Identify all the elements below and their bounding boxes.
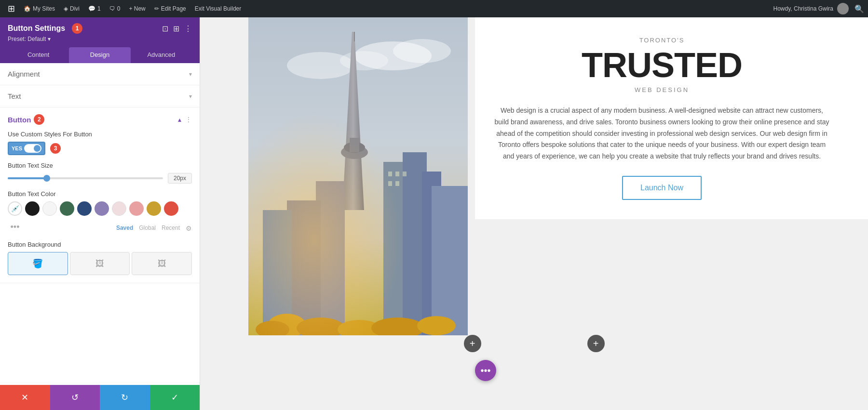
tab-content[interactable]: Content — [8, 47, 69, 63]
global-colors-tab[interactable]: Global — [139, 225, 156, 232]
viewport-icon[interactable]: ⊡ — [162, 24, 168, 33]
eyedropper-btn[interactable]: 💉 — [8, 201, 22, 216]
launch-now-button[interactable]: Launch Now — [622, 176, 702, 200]
bg-gradient-btn[interactable]: 🖼 — [70, 252, 130, 275]
cn-tower-bg — [248, 17, 468, 335]
my-sites-menu[interactable]: 🏠 My Sites — [20, 0, 59, 17]
home-icon: 🏠 — [24, 5, 31, 12]
user-greeting: Howdy, Christina Gwira — [773, 5, 833, 12]
undo-button[interactable]: ↺ — [50, 385, 100, 410]
color-gold[interactable] — [147, 201, 161, 216]
toggle-yes-btn[interactable]: YES — [8, 142, 45, 155]
divi-menu[interactable]: ◈ Divi — [60, 0, 83, 17]
layout-icon[interactable]: ⊞ — [173, 24, 179, 33]
panel-preset[interactable]: Preset: Default ▾ — [8, 36, 192, 42]
divi-label: Divi — [70, 5, 80, 12]
color-salmon[interactable] — [129, 201, 144, 216]
alignment-chevron: ▾ — [189, 71, 192, 78]
button-settings-inner: Use Custom Styles For Button YES 3 Butto… — [0, 129, 200, 283]
button-section-more[interactable]: ⋮ — [185, 116, 192, 123]
bg-row: Button Background 🪣 🖼 🖼 — [8, 241, 192, 275]
search-icon[interactable]: 🔍 — [854, 4, 864, 13]
my-sites-label: My Sites — [33, 5, 55, 12]
bg-image-btn[interactable]: 🖼 — [132, 252, 192, 275]
step-badge-3: 3 — [50, 143, 61, 154]
comments-count: 1 — [97, 5, 101, 12]
text-size-label: Button Text Size — [8, 162, 192, 169]
tab-advanced[interactable]: Advanced — [131, 47, 192, 63]
color-dark-green[interactable] — [60, 201, 74, 216]
cancel-button[interactable]: ✕ — [0, 385, 50, 410]
color-red-stroke[interactable] — [164, 201, 178, 216]
bg-options: 🪣 🖼 🖼 — [8, 252, 192, 275]
add-content-right[interactable]: + — [587, 335, 605, 352]
page-text-content: TORONTO'S TRUSTED WEB DESIGN Web design … — [475, 17, 868, 219]
comment2-menu[interactable]: 🗨 0 — [106, 0, 124, 17]
wp-logo[interactable]: ⊞ — [4, 0, 19, 17]
color-light-pink[interactable] — [112, 201, 126, 216]
eyedropper-icon: 💉 — [11, 205, 19, 212]
saved-colors-tab[interactable]: Saved — [116, 225, 133, 232]
text-size-slider[interactable] — [8, 177, 163, 179]
text-section[interactable]: Text ▾ — [0, 85, 200, 107]
save-button[interactable]: ✓ — [150, 385, 200, 410]
step-badge-1: 1 — [72, 23, 82, 34]
comment2-count: 0 — [117, 5, 121, 12]
admin-bar: ⊞ 🏠 My Sites ◈ Divi 💬 1 🗨 0 + New ✏ Edit… — [0, 0, 868, 17]
panel-content: Alignment ▾ Text ▾ Button 2 ▴ ⋮ — [0, 63, 200, 385]
button-section-collapse[interactable]: ▴ — [178, 116, 181, 123]
exit-builder-btn[interactable]: Exit Visual Builder — [191, 0, 245, 17]
skyline-svg — [248, 17, 468, 335]
slider-value: 20px — [168, 173, 192, 184]
exit-builder-label: Exit Visual Builder — [195, 5, 242, 12]
custom-styles-label: Use Custom Styles For Button — [8, 131, 192, 138]
float-icon: ••• — [480, 365, 490, 376]
edit-page-label: Edit Page — [161, 5, 186, 12]
button-section: Button 2 ▴ ⋮ Use Custom Styles For Butto… — [0, 107, 200, 283]
color-settings-icon[interactable]: ⚙ — [186, 225, 192, 232]
edit-icon: ✏ — [154, 5, 159, 12]
toronto-label: TORONTO'S — [494, 37, 829, 44]
alignment-section[interactable]: Alignment ▾ — [0, 63, 200, 85]
toggle-pill — [24, 144, 41, 153]
new-menu[interactable]: + New — [125, 0, 149, 17]
toggle-value: YES — [12, 145, 22, 151]
comment-icon: 💬 — [88, 5, 95, 12]
color-white[interactable] — [42, 201, 57, 216]
more-icon[interactable]: ⋮ — [184, 24, 192, 33]
panel-bottom-actions: ✕ ↺ ↻ ✓ — [0, 385, 200, 410]
bg-fill-btn[interactable]: 🪣 — [8, 252, 68, 275]
bg-label: Button Background — [8, 241, 192, 248]
tab-design[interactable]: Design — [69, 47, 130, 63]
alignment-label: Alignment — [8, 70, 40, 78]
admin-user-info: Howdy, Christina Gwira 🔍 — [773, 3, 864, 14]
redo-button[interactable]: ↻ — [100, 385, 150, 410]
hero-image — [248, 17, 468, 335]
text-label: Text — [8, 92, 21, 100]
slider-thumb[interactable] — [43, 175, 50, 182]
gradient-icon: 🖼 — [95, 259, 104, 269]
color-navy[interactable] — [77, 201, 92, 216]
custom-styles-toggle-row: Use Custom Styles For Button YES 3 — [8, 131, 192, 155]
color-tabs: Saved Global Recent ⚙ — [116, 225, 192, 232]
wp-icon: ⊞ — [8, 3, 15, 14]
comment2-icon: 🗨 — [109, 5, 115, 12]
edit-page-btn[interactable]: ✏ Edit Page — [150, 0, 190, 17]
page-preview: TORONTO'S TRUSTED WEB DESIGN Web design … — [200, 17, 868, 410]
color-lavender[interactable] — [95, 201, 109, 216]
floating-menu-btn[interactable]: ••• — [475, 360, 496, 381]
slider-fill — [8, 177, 47, 179]
color-black[interactable] — [25, 201, 40, 216]
svg-rect-28 — [248, 17, 468, 335]
recent-colors-tab[interactable]: Recent — [162, 225, 180, 232]
fill-icon: 🪣 — [32, 258, 43, 269]
text-chevron: ▾ — [189, 93, 192, 100]
text-color-row: Button Text Color 💉 — [8, 190, 192, 234]
add-content-left[interactable]: + — [464, 335, 481, 352]
color-swatches: 💉 — [8, 201, 192, 216]
web-design-label: WEB DESIGN — [494, 86, 829, 93]
more-colors-btn[interactable]: ••• — [8, 220, 22, 234]
step-badge-2: 2 — [34, 114, 44, 125]
panel-tabs: Content Design Advanced — [8, 47, 192, 63]
comments-menu[interactable]: 💬 1 — [84, 0, 105, 17]
